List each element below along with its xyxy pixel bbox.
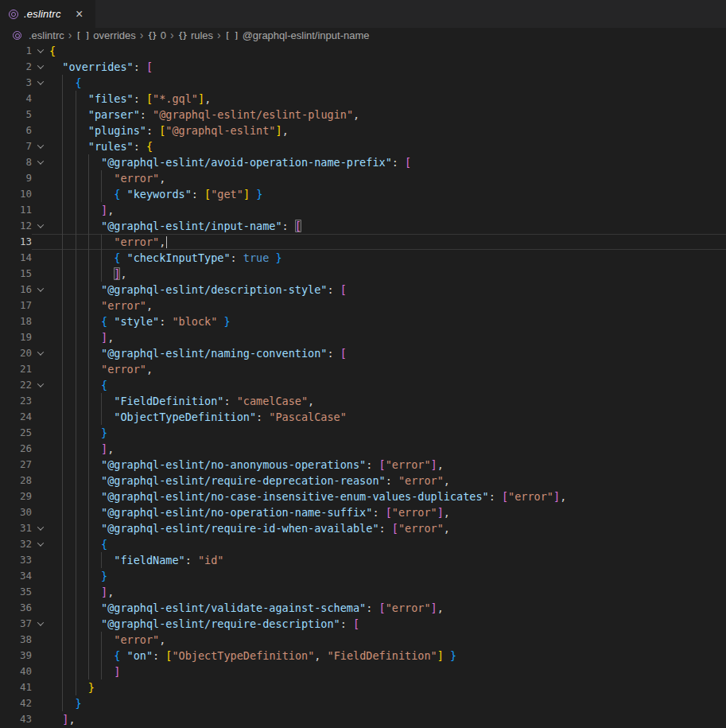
code-line[interactable]: 43], (0, 711, 726, 727)
line-number[interactable]: 18 (0, 313, 32, 329)
code-line[interactable]: 15], (0, 266, 726, 282)
fold-chevron-icon[interactable] (32, 520, 49, 536)
code-line[interactable]: 29"@graphql-eslint/no-case-insensitive-e… (0, 489, 726, 504)
line-number[interactable]: 43 (0, 711, 32, 727)
line-number[interactable]: 39 (0, 648, 32, 664)
code-line[interactable]: 27"@graphql-eslint/no-anonymous-operatio… (0, 457, 726, 473)
code-line[interactable]: 11], (0, 202, 726, 218)
line-number[interactable]: 3 (0, 75, 32, 91)
line-number[interactable]: 37 (0, 616, 32, 632)
line-number[interactable]: 29 (0, 489, 32, 504)
code-line[interactable]: 4"files": ["*.gql"], (0, 91, 726, 107)
line-number[interactable]: 27 (0, 457, 32, 473)
code-line[interactable]: 14{ "checkInputType": true } (0, 250, 726, 266)
line-number[interactable]: 12 (0, 218, 32, 234)
line-number[interactable]: 14 (0, 250, 32, 266)
fold-chevron-icon[interactable] (32, 218, 49, 234)
code-line[interactable]: 32{ (0, 536, 726, 552)
code-line[interactable]: 3{ (0, 75, 726, 91)
code-line[interactable]: 25} (0, 425, 726, 441)
code-line[interactable]: 18{ "style": "block" } (0, 313, 726, 329)
code-line[interactable]: 23"FieldDefinition": "camelCase", (0, 393, 726, 409)
line-number[interactable]: 41 (0, 679, 32, 695)
code-line[interactable]: 19], (0, 329, 726, 345)
code-line[interactable]: 10{ "keywords": ["get"] } (0, 186, 726, 202)
line-number[interactable]: 23 (0, 393, 32, 409)
breadcrumb-item-rules[interactable]: {}rules (178, 29, 213, 41)
line-number[interactable]: 1 (0, 43, 32, 59)
fold-chevron-icon[interactable] (32, 75, 49, 91)
line-number[interactable]: 4 (0, 91, 32, 107)
line-number[interactable]: 5 (0, 107, 32, 123)
code-line[interactable]: 40] (0, 664, 726, 679)
code-line[interactable]: 20"@graphql-eslint/naming-convention": [ (0, 345, 726, 361)
code-line[interactable]: 21"error", (0, 361, 726, 377)
breadcrumb-item--graphql-eslint-input-name[interactable]: [ ]@graphql-eslint/input-name (225, 29, 370, 41)
line-number[interactable]: 24 (0, 409, 32, 425)
fold-chevron-icon[interactable] (32, 345, 49, 361)
fold-chevron-icon[interactable] (32, 59, 49, 75)
line-number[interactable]: 15 (0, 266, 32, 282)
line-number[interactable]: 16 (0, 282, 32, 298)
code-line[interactable]: 17"error", (0, 298, 726, 313)
breadcrumb-item-0[interactable]: {}0 (147, 29, 165, 41)
code-line[interactable]: 1{ (0, 43, 726, 59)
close-icon[interactable]: × (72, 6, 87, 22)
code-line[interactable]: 31"@graphql-eslint/require-id-when-avail… (0, 520, 726, 536)
line-number[interactable]: 40 (0, 664, 32, 679)
code-line[interactable]: 12"@graphql-eslint/input-name": [ (0, 218, 726, 234)
line-number[interactable]: 17 (0, 298, 32, 313)
line-number[interactable]: 35 (0, 584, 32, 600)
line-number[interactable]: 20 (0, 345, 32, 361)
line-number[interactable]: 11 (0, 202, 32, 218)
code-line[interactable]: 7"rules": { (0, 138, 726, 154)
fold-chevron-icon[interactable] (32, 43, 49, 59)
code-line[interactable]: 34} (0, 568, 726, 584)
code-line[interactable]: 38"error", (0, 632, 726, 648)
line-number[interactable]: 22 (0, 377, 32, 393)
breadcrumb-item--eslintrc[interactable]: .eslintrc (13, 29, 64, 41)
code-line[interactable]: 9"error", (0, 170, 726, 186)
breadcrumb-item-overrides[interactable]: [ ]overrides (76, 29, 135, 41)
fold-chevron-icon[interactable] (32, 377, 49, 393)
code-line[interactable]: 24"ObjectTypeDefinition": "PascalCase" (0, 409, 726, 425)
code-line[interactable]: 16"@graphql-eslint/description-style": [ (0, 282, 726, 298)
code-line[interactable]: 30"@graphql-eslint/no-operation-name-suf… (0, 504, 726, 520)
line-number[interactable]: 32 (0, 536, 32, 552)
line-number[interactable]: 2 (0, 59, 32, 75)
line-number[interactable]: 13 (0, 234, 32, 250)
code-line[interactable]: 41} (0, 679, 726, 695)
line-number[interactable]: 10 (0, 186, 32, 202)
code-line[interactable]: 28"@graphql-eslint/require-deprecation-r… (0, 473, 726, 489)
line-number[interactable]: 36 (0, 600, 32, 616)
line-number[interactable]: 31 (0, 520, 32, 536)
line-number[interactable]: 19 (0, 329, 32, 345)
line-number[interactable]: 33 (0, 552, 32, 568)
line-number[interactable]: 42 (0, 695, 32, 711)
fold-chevron-icon[interactable] (32, 154, 49, 170)
code-line[interactable]: 5"parser": "@graphql-eslint/eslint-plugi… (0, 107, 726, 123)
line-number[interactable]: 30 (0, 504, 32, 520)
fold-chevron-icon[interactable] (32, 138, 49, 154)
line-number[interactable]: 34 (0, 568, 32, 584)
fold-chevron-icon[interactable] (32, 536, 49, 552)
code-line[interactable]: 35], (0, 584, 726, 600)
line-number[interactable]: 28 (0, 473, 32, 489)
line-number[interactable]: 38 (0, 632, 32, 648)
code-line[interactable]: 37"@graphql-eslint/require-description":… (0, 616, 726, 632)
code-line[interactable]: 22{ (0, 377, 726, 393)
code-line[interactable]: 6"plugins": ["@graphql-eslint"], (0, 123, 726, 138)
code-line[interactable]: 13"error", (0, 234, 726, 250)
tab-eslintrc[interactable]: .eslintrc × (0, 0, 95, 28)
code-line[interactable]: 2"overrides": [ (0, 59, 726, 75)
line-number[interactable]: 7 (0, 138, 32, 154)
line-number[interactable]: 8 (0, 154, 32, 170)
code-line[interactable]: 33"fieldName": "id" (0, 552, 726, 568)
fold-chevron-icon[interactable] (32, 282, 49, 298)
code-editor[interactable]: 1{2"overrides": [3{4"files": ["*.gql"],5… (0, 43, 726, 728)
code-line[interactable]: 36"@graphql-eslint/validate-against-sche… (0, 600, 726, 616)
line-number[interactable]: 21 (0, 361, 32, 377)
code-line[interactable]: 42} (0, 695, 726, 711)
line-number[interactable]: 25 (0, 425, 32, 441)
code-line[interactable]: 26], (0, 441, 726, 457)
